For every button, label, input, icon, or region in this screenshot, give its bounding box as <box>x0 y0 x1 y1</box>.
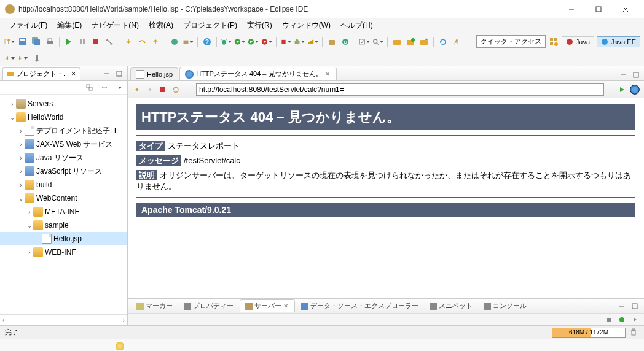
search-button[interactable] <box>372 36 383 47</box>
tree-node-jaxws[interactable]: ›JAX-WS Web サービス <box>0 137 127 151</box>
browser-forward-button[interactable] <box>144 84 155 95</box>
maximize-view-icon[interactable] <box>114 68 125 79</box>
nav-folder2[interactable] <box>405 36 416 47</box>
back-history-button[interactable] <box>4 53 15 64</box>
close-tab-icon[interactable]: ✕ <box>325 71 331 77</box>
project-explorer-tab[interactable]: プロジェクト・... ✕ <box>2 68 80 80</box>
open-perspective-button[interactable] <box>548 36 559 47</box>
nav-folder3[interactable] <box>418 36 430 47</box>
scroll-right-icon[interactable]: › <box>123 317 125 323</box>
view-menu-icon[interactable] <box>114 82 125 93</box>
tree-node-js-res[interactable]: ›JavaScript リソース <box>0 164 127 178</box>
refresh-button[interactable] <box>438 36 449 47</box>
editor-maximize-icon[interactable] <box>630 69 642 80</box>
debug-resume-button[interactable] <box>63 36 74 47</box>
server-action2-icon[interactable] <box>616 314 627 325</box>
tab-marker[interactable]: マーカー <box>132 300 178 312</box>
window-title: http://localhost:8080/HelloWorld/sample/… <box>18 5 558 14</box>
statusbar: 完了 618M / 1172M <box>0 325 644 339</box>
debug-disconnect-button[interactable] <box>104 36 115 47</box>
profiler-button[interactable] <box>307 36 318 47</box>
svg-marker-66 <box>149 87 152 92</box>
tab-console[interactable]: コンソール <box>479 300 532 312</box>
browser-stop-button[interactable] <box>157 84 168 95</box>
run-button[interactable] <box>234 36 245 47</box>
tree-node-webcontent[interactable]: ⌄WebContent <box>0 191 127 205</box>
browser-url-input[interactable] <box>196 83 604 96</box>
browser-back-button[interactable] <box>132 84 143 95</box>
tree-node-build[interactable]: ›build <box>0 178 127 191</box>
menu-navigate[interactable]: ナビゲート(N) <box>87 19 144 32</box>
quick-access-box[interactable]: クイック・アクセス <box>476 35 546 48</box>
open-type-button[interactable] <box>169 36 180 47</box>
debug-terminate-button[interactable] <box>90 36 101 47</box>
step-over-icon[interactable] <box>136 36 147 47</box>
forward-history-button[interactable] <box>17 53 28 64</box>
tab-server[interactable]: サーバー✕ <box>240 299 295 312</box>
editor-tab-404[interactable]: HTTPステータス 404 – 見つかりません。 ✕ <box>179 67 336 80</box>
save-all-button[interactable] <box>31 36 42 47</box>
scroll-left-icon[interactable]: ‹ <box>2 317 4 323</box>
tab-snippet[interactable]: スニペット <box>425 300 477 312</box>
step-return-icon[interactable] <box>150 36 161 47</box>
run-last-button[interactable] <box>248 36 259 47</box>
tree-node-servers[interactable]: ›Servers <box>0 97 127 110</box>
new-package-button[interactable] <box>326 36 337 47</box>
bottom-minimize-icon[interactable] <box>616 301 627 312</box>
stop-button[interactable] <box>280 36 291 47</box>
editor-tab-hello[interactable]: Hello.jsp <box>130 68 178 80</box>
close-icon[interactable]: ✕ <box>71 70 76 78</box>
bottom-maximize-icon[interactable] <box>629 301 640 312</box>
tree-node-sample[interactable]: ⌄sample <box>0 218 127 232</box>
tree-node-webinf[interactable]: ›WEB-INF <box>0 245 127 259</box>
debug-pause-button[interactable] <box>77 36 88 47</box>
pin-editor-button[interactable] <box>31 53 42 64</box>
tab-datasource[interactable]: データ・ソース・エクスプローラー <box>296 300 423 312</box>
help-button[interactable]: ? <box>202 36 213 47</box>
new-server-button[interactable] <box>183 36 194 47</box>
minimize-view-icon[interactable] <box>101 68 112 79</box>
tab-property[interactable]: プロパティー <box>179 300 238 312</box>
perspective-java[interactable]: Java <box>562 36 594 47</box>
menu-project[interactable]: プロジェクト(P) <box>178 19 242 32</box>
memory-indicator[interactable]: 618M / 1172M <box>552 328 626 338</box>
menu-help[interactable]: ヘルプ(H) <box>336 19 378 32</box>
pin-button[interactable] <box>451 36 462 47</box>
perspective-javaee[interactable]: Java EE <box>597 36 640 47</box>
new-class-button[interactable]: C <box>340 36 351 47</box>
minimize-button[interactable] <box>558 1 585 18</box>
external-tools-button[interactable] <box>261 36 272 47</box>
open-task-button[interactable] <box>359 36 370 47</box>
publish-button[interactable] <box>294 36 305 47</box>
menu-edit[interactable]: 編集(E) <box>52 19 87 32</box>
tree-node-java-res[interactable]: ›Java リソース <box>0 151 127 164</box>
menu-file[interactable]: ファイル(F) <box>4 19 52 32</box>
menu-run[interactable]: 実行(R) <box>242 19 277 32</box>
browser-globe-button[interactable] <box>629 84 640 95</box>
print-button[interactable] <box>44 36 55 47</box>
menu-search[interactable]: 検索(A) <box>144 19 178 32</box>
tip-bulb-icon[interactable] <box>116 342 124 350</box>
menu-window[interactable]: ウィンドウ(W) <box>277 19 336 32</box>
tree-node-helloworld[interactable]: ⌄HelloWorld <box>0 110 127 124</box>
step-into-icon[interactable] <box>123 36 134 47</box>
gc-button[interactable] <box>629 328 639 338</box>
tree-node-metainf[interactable]: ›META-INF <box>0 205 127 218</box>
tree-node-hellojsp[interactable]: Hello.jsp <box>0 232 127 245</box>
nav-folder1[interactable] <box>391 36 402 47</box>
save-button[interactable] <box>17 36 28 47</box>
link-editor-icon[interactable] <box>99 82 110 93</box>
debug-button[interactable] <box>221 36 232 47</box>
maximize-button[interactable] <box>585 1 612 18</box>
close-icon[interactable]: ✕ <box>283 303 289 309</box>
browser-history-button[interactable] <box>183 84 194 95</box>
new-button[interactable] <box>4 36 15 47</box>
tree-node-deploy[interactable]: ›デプロイメント記述子: I <box>0 124 127 137</box>
browser-go-button[interactable] <box>616 84 627 95</box>
server-action3-icon[interactable] <box>629 314 640 325</box>
browser-refresh-button[interactable] <box>170 84 181 95</box>
server-action1-icon[interactable] <box>603 314 615 325</box>
collapse-all-icon[interactable] <box>84 82 95 93</box>
editor-minimize-icon[interactable] <box>618 69 629 80</box>
close-button[interactable] <box>612 1 639 18</box>
